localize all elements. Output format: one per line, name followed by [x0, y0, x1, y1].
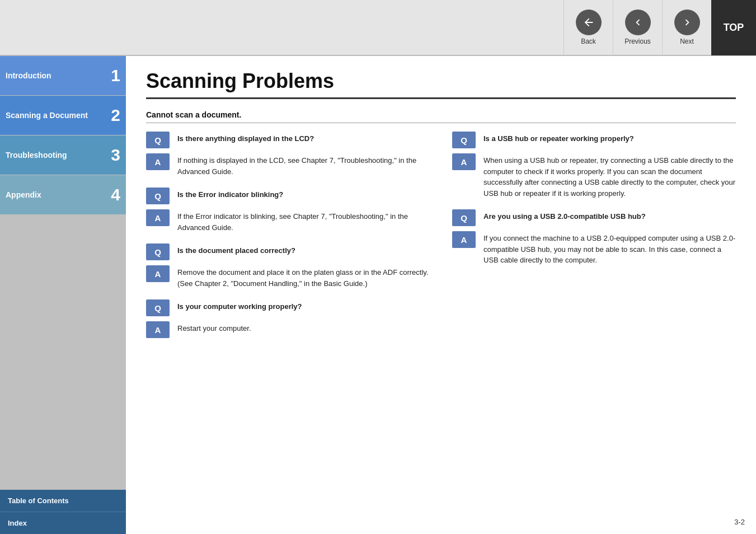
a-text-6: If you connect the machine to a USB 2.0-…: [483, 231, 736, 266]
q-badge-5: Q: [452, 132, 476, 148]
qa-row-a6: A If you connect the machine to a USB 2.…: [452, 231, 736, 266]
page-title: Scanning Problems: [146, 69, 736, 99]
q-text-1: Is there anything displayed in the LCD?: [177, 131, 314, 144]
top-button[interactable]: TOP: [711, 0, 756, 55]
previous-label: Previous: [624, 38, 651, 45]
page-number: 3-2: [734, 518, 745, 526]
top-label: TOP: [724, 22, 744, 34]
sidebar-item-troubleshooting[interactable]: Troubleshooting 3: [0, 135, 126, 175]
q-badge-1: Q: [146, 132, 170, 148]
toc-button[interactable]: Table of Contents: [0, 490, 126, 512]
a-badge-2: A: [146, 209, 170, 226]
q-badge-6: Q: [452, 209, 476, 226]
a-badge-5: A: [452, 153, 476, 170]
scanning-number: 2: [111, 107, 120, 124]
section-header: Cannot scan a document.: [146, 110, 736, 123]
qa-block-6: Q Are you using a USB 2.0-compatible USB…: [452, 209, 736, 268]
qa-row-a2: A If the Error indicator is blinking, se…: [146, 209, 430, 233]
qa-block-3: Q Is the document placed correctly? A Re…: [146, 243, 430, 291]
a-text-4: Restart your computer.: [177, 321, 251, 334]
top-nav-bar: Back Previous Next TOP: [0, 0, 756, 56]
sidebar-footer: Table of Contents Index: [0, 490, 126, 534]
next-button[interactable]: Next: [662, 0, 711, 55]
previous-icon: [625, 10, 651, 35]
qa-row-q2: Q Is the Error indicator blinking?: [146, 187, 430, 204]
scanning-label: Scanning a Document: [6, 111, 111, 120]
a-text-3: Remove the document and place it on the …: [177, 265, 430, 289]
a-text-2: If the Error indicator is blinking, see …: [177, 209, 430, 233]
appendix-label: Appendix: [6, 190, 111, 199]
sidebar-item-scanning[interactable]: Scanning a Document 2: [0, 96, 126, 135]
introduction-number: 1: [111, 67, 120, 84]
qa-row-q1: Q Is there anything displayed in the LCD…: [146, 131, 430, 148]
previous-button[interactable]: Previous: [613, 0, 662, 55]
sidebar: Introduction 1 Scanning a Document 2 Tro…: [0, 56, 126, 534]
next-label: Next: [680, 38, 694, 45]
sidebar-item-introduction[interactable]: Introduction 1: [0, 56, 126, 95]
back-button[interactable]: Back: [564, 0, 613, 55]
left-column: Q Is there anything displayed in the LCD…: [146, 131, 430, 347]
appendix-number: 4: [111, 186, 120, 203]
back-label: Back: [581, 38, 596, 45]
qa-row-q5: Q Is a USB hub or repeater working prope…: [452, 131, 736, 148]
page-wrapper: Introduction 1 Scanning a Document 2 Tro…: [0, 56, 756, 534]
a-badge-1: A: [146, 153, 170, 170]
q-text-4: Is your computer working properly?: [177, 299, 302, 312]
qa-row-q3: Q Is the document placed correctly?: [146, 243, 430, 260]
qa-row-a1: A If nothing is displayed in the LCD, se…: [146, 153, 430, 177]
a-text-5: When using a USB hub or repeater, try co…: [483, 153, 736, 199]
sidebar-spacer: [0, 215, 126, 490]
a-text-1: If nothing is displayed in the LCD, see …: [177, 153, 430, 177]
introduction-label: Introduction: [6, 71, 111, 80]
a-badge-4: A: [146, 321, 170, 338]
nav-controls: Back Previous Next TOP: [564, 0, 756, 55]
qa-block-2: Q Is the Error indicator blinking? A If …: [146, 187, 430, 235]
a-badge-3: A: [146, 265, 170, 282]
a-badge-6: A: [452, 231, 476, 248]
next-icon: [674, 10, 700, 35]
q-text-6: Are you using a USB 2.0-compatible USB h…: [483, 209, 646, 222]
q-badge-2: Q: [146, 188, 170, 204]
troubleshooting-number: 3: [111, 147, 120, 163]
sidebar-item-appendix[interactable]: Appendix 4: [0, 175, 126, 214]
qa-block-4: Q Is your computer working properly? A R…: [146, 299, 430, 340]
q-text-2: Is the Error indicator blinking?: [177, 187, 283, 200]
main-content: Scanning Problems Cannot scan a document…: [126, 56, 756, 534]
qa-row-a5: A When using a USB hub or repeater, try …: [452, 153, 736, 199]
qa-block-1: Q Is there anything displayed in the LCD…: [146, 131, 430, 179]
index-label: Index: [8, 519, 27, 527]
qa-row-q4: Q Is your computer working properly?: [146, 299, 430, 316]
back-icon: [576, 10, 602, 35]
toc-label: Table of Contents: [8, 496, 69, 505]
qa-row-a4: A Restart your computer.: [146, 321, 430, 338]
troubleshooting-label: Troubleshooting: [6, 151, 111, 160]
qa-block-5: Q Is a USB hub or repeater working prope…: [452, 131, 736, 201]
right-column: Q Is a USB hub or repeater working prope…: [452, 131, 736, 347]
q-text-5: Is a USB hub or repeater working properl…: [483, 131, 634, 144]
qa-row-a3: A Remove the document and place it on th…: [146, 265, 430, 289]
q-badge-4: Q: [146, 299, 170, 316]
q-badge-3: Q: [146, 243, 170, 260]
content-grid: Q Is there anything displayed in the LCD…: [146, 131, 736, 347]
qa-row-q6: Q Are you using a USB 2.0-compatible USB…: [452, 209, 736, 226]
index-button[interactable]: Index: [0, 512, 126, 534]
q-text-3: Is the document placed correctly?: [177, 243, 295, 256]
